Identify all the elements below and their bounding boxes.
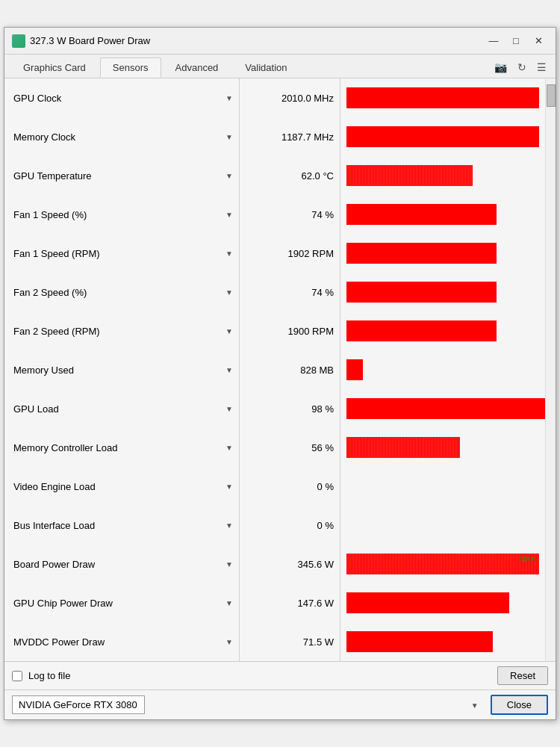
bar-fill: [346, 359, 363, 380]
bar-background: [346, 437, 550, 458]
sensor-bar-col: [340, 506, 556, 545]
sensor-bar-col: [340, 117, 556, 156]
sensor-value: 56 %: [240, 428, 340, 467]
bar-fill: MAX: [346, 554, 539, 574]
log-to-file-label[interactable]: Log to file: [28, 670, 70, 681]
sensor-bar-col: [340, 350, 556, 389]
bar-fill: [346, 592, 509, 613]
bar-fill: [346, 282, 497, 303]
table-row: GPU Load▼98 %: [4, 389, 556, 428]
table-row: MVDDC Power Draw▼71.5 W: [4, 622, 556, 661]
title-bar-controls: — □ ✕: [484, 34, 548, 49]
sensor-name-14: MVDDC Power Draw▼: [4, 622, 240, 661]
sensor-value: 1902 RPM: [240, 234, 340, 273]
sensor-dropdown-icon[interactable]: ▼: [225, 444, 233, 452]
table-row: Fan 2 Speed (RPM)▼1900 RPM: [4, 311, 556, 350]
sensor-dropdown-icon[interactable]: ▼: [225, 483, 233, 491]
sensor-label: Fan 1 Speed (RPM): [13, 248, 221, 259]
sensor-bar-col: [340, 273, 556, 311]
sensor-value: 1187.7 MHz: [240, 117, 340, 156]
sensor-name-12: Board Power Draw▼: [4, 545, 240, 583]
bar-background: [346, 476, 550, 497]
sensor-bar-col: [340, 311, 556, 350]
bar-fill: [346, 320, 497, 341]
sensor-name-11: Bus Interface Load▼: [4, 506, 240, 545]
sensor-value: 0 %: [240, 467, 340, 506]
sensor-bar-col: [340, 78, 556, 117]
tab-advanced[interactable]: Advanced: [163, 58, 231, 78]
sensor-value: 147.6 W: [240, 583, 340, 622]
bar-background: [346, 165, 550, 186]
log-to-file-checkbox[interactable]: [12, 671, 22, 681]
sensor-bar-col: [340, 622, 556, 661]
table-row: Bus Interface Load▼0 %: [4, 506, 556, 545]
table-row: Fan 1 Speed (%)▼74 %: [4, 195, 556, 234]
scrollbar-thumb[interactable]: [547, 84, 556, 107]
gpu-select[interactable]: NVIDIA GeForce RTX 3080: [12, 695, 145, 714]
bar-fill: [346, 437, 460, 458]
sensor-label: MVDDC Power Draw: [13, 636, 221, 648]
tab-sensors[interactable]: Sensors: [100, 58, 161, 78]
sensor-dropdown-icon[interactable]: ▼: [225, 327, 233, 335]
sensor-row-board-power-draw: Board Power Draw▼345.6 WMAX: [4, 545, 556, 583]
bar-fill: [346, 631, 493, 652]
bar-fill: [346, 126, 539, 147]
sensor-value: 1900 RPM: [240, 311, 340, 350]
sensor-value: 62.0 °C: [240, 156, 340, 195]
bar-background: [346, 204, 550, 225]
bottom-bar: Log to file Reset: [4, 661, 556, 689]
sensor-table-wrapper: GPU Clock▼2010.0 MHzMemory Clock▼1187.7 …: [4, 78, 556, 661]
sensor-bar-col: [340, 389, 556, 428]
bar-background: [346, 359, 550, 380]
table-row: GPU Clock▼2010.0 MHz: [4, 78, 556, 117]
title-bar-left: 327.3 W Board Power Draw: [12, 34, 150, 48]
sensor-row-bus-interface-load: Bus Interface Load▼0 %: [4, 506, 556, 545]
sensor-row-gpu-temperature: GPU Temperature▼62.0 °C: [4, 156, 556, 195]
camera-icon[interactable]: 📷: [491, 60, 510, 75]
sensor-bar-col: [340, 234, 556, 273]
sensor-dropdown-icon[interactable]: ▼: [225, 560, 233, 568]
window-title: 327.3 W Board Power Draw: [30, 35, 150, 46]
sensor-dropdown-icon[interactable]: ▼: [225, 366, 233, 374]
sensor-label: Bus Interface Load: [13, 520, 221, 531]
sensor-name-6: Fan 2 Speed (RPM)▼: [4, 311, 240, 350]
reset-button[interactable]: Reset: [497, 666, 548, 685]
sensor-row-video-engine-load: Video Engine Load▼0 %: [4, 467, 556, 506]
sensor-dropdown-icon[interactable]: ▼: [225, 405, 233, 413]
sensor-label: GPU Clock: [13, 93, 221, 104]
bar-background: MAX: [346, 554, 550, 574]
sensor-dropdown-icon[interactable]: ▼: [225, 211, 233, 219]
refresh-icon[interactable]: ↻: [514, 60, 529, 75]
sensor-dropdown-icon[interactable]: ▼: [225, 521, 233, 530]
sensor-dropdown-icon[interactable]: ▼: [225, 249, 233, 258]
sensor-dropdown-icon[interactable]: ▼: [225, 172, 233, 180]
sensor-name-9: Memory Controller Load▼: [4, 428, 240, 467]
close-window-button[interactable]: ✕: [529, 34, 548, 49]
sensor-name-1: Memory Clock▼: [4, 117, 240, 156]
bar-noise-overlay: [346, 437, 460, 458]
minimize-button[interactable]: —: [484, 34, 503, 49]
sensor-name-13: GPU Chip Power Draw▼: [4, 583, 240, 622]
sensor-label: GPU Temperature: [13, 170, 221, 182]
table-row: GPU Chip Power Draw▼147.6 W: [4, 583, 556, 622]
sensor-label: Fan 2 Speed (RPM): [13, 326, 221, 337]
maximize-button[interactable]: □: [506, 34, 526, 49]
close-button[interactable]: Close: [491, 695, 548, 715]
tab-validation[interactable]: Validation: [232, 58, 299, 78]
sensor-dropdown-icon[interactable]: ▼: [225, 133, 233, 141]
sensor-dropdown-icon[interactable]: ▼: [225, 288, 233, 297]
sensor-dropdown-icon[interactable]: ▼: [225, 599, 233, 607]
sensor-name-7: Memory Used▼: [4, 350, 240, 389]
main-window: 327.3 W Board Power Draw — □ ✕ Graphics …: [4, 27, 556, 720]
menu-icon[interactable]: ☰: [534, 60, 550, 75]
scrollbar[interactable]: [545, 78, 556, 661]
sensor-dropdown-icon[interactable]: ▼: [225, 638, 233, 646]
sensor-label: Board Power Draw: [13, 559, 221, 570]
sensor-label: Fan 1 Speed (%): [13, 209, 221, 220]
sensor-label: Memory Used: [13, 365, 221, 376]
tab-graphics-card[interactable]: Graphics Card: [10, 58, 99, 78]
sensor-dropdown-icon[interactable]: ▼: [225, 94, 233, 102]
sensor-bar-col: MAX: [340, 545, 556, 583]
table-row: GPU Temperature▼62.0 °C: [4, 156, 556, 195]
bar-fill: [346, 204, 497, 225]
